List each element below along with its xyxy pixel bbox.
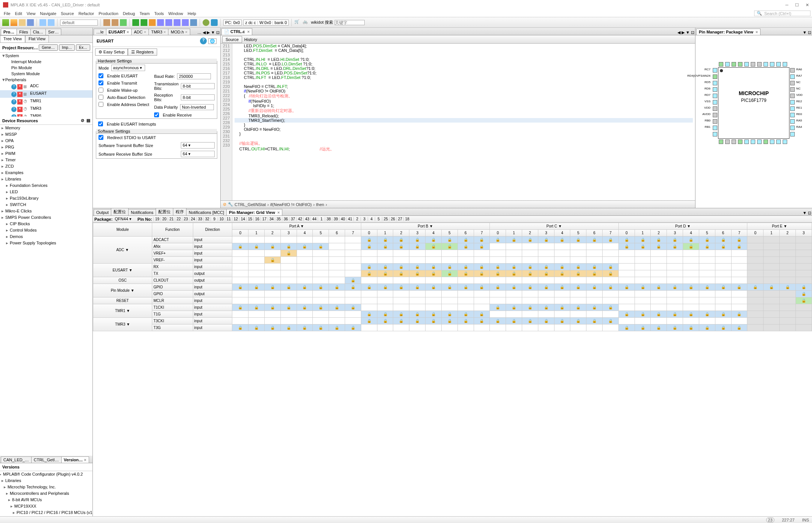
grid-cell[interactable] xyxy=(635,264,651,270)
grid-cell[interactable] xyxy=(603,324,619,331)
grid-cell[interactable] xyxy=(361,324,377,331)
grid-cell[interactable] xyxy=(538,324,554,331)
grid-cell[interactable] xyxy=(297,277,313,284)
ctab-tmr3[interactable]: TMR3× xyxy=(148,29,168,35)
grid-cell[interactable] xyxy=(490,257,506,264)
chk-interrupts[interactable] xyxy=(98,121,103,126)
grid-cell[interactable]: 🔒 xyxy=(731,243,747,250)
grid-cell[interactable] xyxy=(313,264,329,270)
grid-cell[interactable]: 🔒 xyxy=(506,304,522,311)
generate-button[interactable]: Gene… xyxy=(39,44,58,51)
grid-cell[interactable] xyxy=(538,291,554,297)
grid-cell[interactable] xyxy=(522,324,538,331)
grid-cell[interactable]: 🔒 xyxy=(506,236,522,243)
close-button[interactable]: ✕ xyxy=(806,3,809,8)
grid-cell[interactable] xyxy=(570,297,586,304)
pin[interactable] xyxy=(757,139,762,144)
grid-cell[interactable]: 🔒 xyxy=(795,284,812,291)
grid-cell[interactable]: 🔒 xyxy=(538,304,554,311)
menu-window[interactable]: Window xyxy=(166,11,185,16)
grid-cell[interactable]: 🔒 xyxy=(393,284,409,291)
grid-cell[interactable] xyxy=(345,311,361,318)
devres-item[interactable]: ▸LED xyxy=(0,189,92,195)
grid-cell[interactable] xyxy=(361,291,377,297)
grid-cell[interactable] xyxy=(441,304,458,311)
grid-cell[interactable]: 🔒 xyxy=(458,270,474,277)
grid-cell[interactable] xyxy=(699,257,715,264)
devres-item[interactable]: ▸Libraries xyxy=(0,176,92,182)
devres-item[interactable]: ▸Control Modes xyxy=(0,227,92,233)
grid-cell[interactable] xyxy=(522,291,538,297)
grid-cell[interactable] xyxy=(779,318,795,324)
grid-cell[interactable] xyxy=(280,311,297,318)
grid-cell[interactable] xyxy=(635,297,651,304)
grid-cell[interactable] xyxy=(345,318,361,324)
grid-cell[interactable] xyxy=(795,270,812,277)
grid-cell[interactable] xyxy=(345,250,361,257)
chk-addrdetect[interactable] xyxy=(98,102,103,107)
grid-cell[interactable] xyxy=(248,297,265,304)
grid-cell[interactable] xyxy=(377,257,393,264)
grid-cell[interactable] xyxy=(683,277,699,284)
grid-cell[interactable] xyxy=(248,236,265,243)
grid-cell[interactable] xyxy=(232,250,248,257)
grid-cell[interactable] xyxy=(280,318,297,324)
grid-cell[interactable] xyxy=(297,250,313,257)
periph-tmr1[interactable]: ?✕⏱TMR1 xyxy=(0,98,92,105)
pin[interactable] xyxy=(790,100,795,105)
grid-cell[interactable] xyxy=(313,291,329,297)
grid-cell[interactable] xyxy=(329,311,345,318)
grid-cell[interactable] xyxy=(248,250,265,257)
grid-cell[interactable]: 🔒 xyxy=(586,284,603,291)
grid-cell[interactable]: 🔒 xyxy=(538,284,554,291)
tab-easysetup[interactable]: ⚙ Easy Setup xyxy=(95,49,128,56)
grid-cell[interactable] xyxy=(474,250,490,257)
pin[interactable] xyxy=(751,139,755,144)
grid-cell[interactable]: 🔒 xyxy=(474,236,490,243)
grid-cell[interactable] xyxy=(264,291,280,297)
grid-cell[interactable] xyxy=(667,264,683,270)
grid-cell[interactable]: 🔒 xyxy=(474,243,490,250)
grid-cell[interactable]: 🔒 xyxy=(635,311,651,318)
grid-cell[interactable]: 🔒 xyxy=(506,318,522,324)
menu-edit[interactable]: Edit xyxy=(13,11,24,16)
grid-cell[interactable]: 🔒 xyxy=(651,284,667,291)
grid-cell[interactable]: 🔒 xyxy=(731,284,747,291)
grid-cell[interactable] xyxy=(683,304,699,311)
grid-cell[interactable] xyxy=(409,250,426,257)
grid-cell[interactable] xyxy=(747,243,764,250)
devres-item[interactable]: ▸OPA xyxy=(0,138,92,144)
grid-cell[interactable] xyxy=(586,257,603,264)
grid-cell[interactable]: 🔒 xyxy=(699,324,715,331)
export-button[interactable]: Ex… xyxy=(76,44,90,51)
menu-refactor[interactable]: Refactor xyxy=(76,11,97,16)
grid-cell[interactable] xyxy=(731,304,747,311)
grid-cell[interactable] xyxy=(715,318,731,324)
grid-cell[interactable]: 🔒 xyxy=(377,243,393,250)
pin[interactable] xyxy=(770,139,774,144)
grid-cell[interactable] xyxy=(618,250,635,257)
grid-cell[interactable]: 🔒 xyxy=(361,284,377,291)
grid-cell[interactable]: 🔒 xyxy=(570,270,586,277)
grid-cell[interactable] xyxy=(329,236,345,243)
grid-cell[interactable] xyxy=(490,311,506,318)
grid-cell[interactable] xyxy=(586,250,603,257)
grid-cell[interactable] xyxy=(795,277,812,284)
grid-cell[interactable]: 🔒 xyxy=(603,264,619,270)
grid-cell[interactable]: 🔒 xyxy=(570,304,586,311)
grid-cell[interactable]: 🔒 xyxy=(522,304,538,311)
grid-cell[interactable] xyxy=(570,277,586,284)
grid-cell[interactable] xyxy=(667,304,683,311)
grid-cell[interactable] xyxy=(232,257,248,264)
grid-cell[interactable] xyxy=(764,311,780,318)
baud-input[interactable]: 250000 xyxy=(177,73,211,79)
package-select[interactable]: QFN44 ▾ xyxy=(115,217,132,221)
txbits-select[interactable]: 8-bit xyxy=(181,83,215,89)
grid-cell[interactable] xyxy=(715,250,731,257)
filter-icon[interactable]: ▤ xyxy=(86,118,90,123)
grid-cell[interactable]: 🔒 xyxy=(426,243,442,250)
grid-cell[interactable] xyxy=(280,291,297,297)
grid-cell[interactable]: 🔒 xyxy=(490,270,506,277)
grid-cell[interactable] xyxy=(747,304,764,311)
grid-cell[interactable] xyxy=(474,277,490,284)
